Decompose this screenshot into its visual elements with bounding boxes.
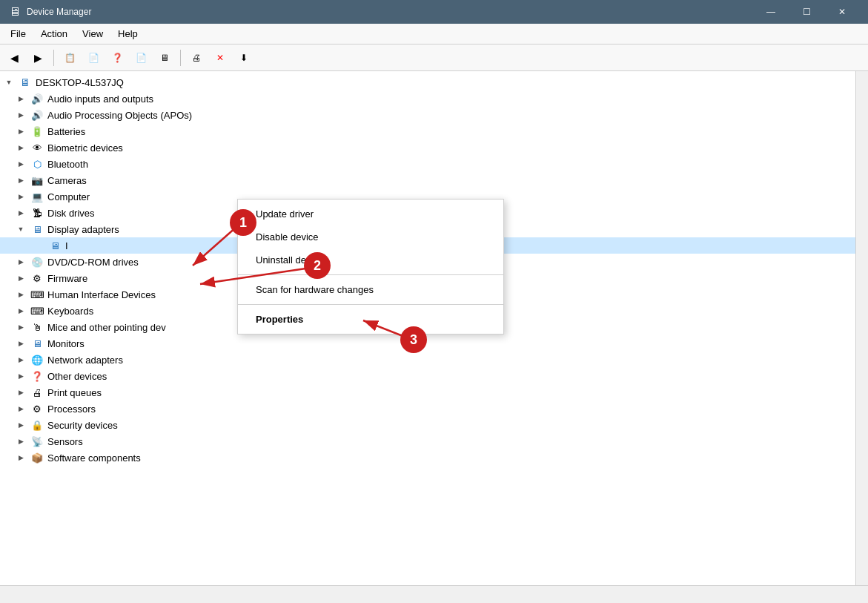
help-button[interactable]: ❓ (106, 47, 128, 68)
expand-dvd[interactable]: ▶ (15, 256, 27, 268)
ctx-uninstall-device[interactable]: Uninstall device (238, 248, 503, 271)
remove-button[interactable]: ✕ (209, 47, 231, 68)
expand-cameras[interactable]: ▶ (15, 174, 27, 186)
tree-item-audio-apo[interactable]: ▶ 🔊 Audio Processing Objects (APOs) (0, 107, 855, 123)
cameras-icon: 📷 (30, 173, 44, 188)
tree-item-processors[interactable]: ▶ ⚙ Processors (0, 401, 855, 417)
expand-processors[interactable]: ▶ (15, 403, 27, 415)
toolbar: ◀ ▶ 📋 📄 ❓ 📄 🖥 🖨 ✕ ⬇ (0, 45, 868, 71)
expand-disk[interactable]: ▶ (15, 207, 27, 219)
tree-item-cameras[interactable]: ▶ 📷 Cameras (0, 172, 855, 188)
expand-bluetooth[interactable]: ▶ (15, 158, 27, 170)
keyboards-label: Keyboards (47, 306, 93, 317)
tree-item-audio-inputs[interactable]: ▶ 🔊 Audio inputs and outputs (0, 90, 855, 107)
other-label: Other devices (47, 371, 107, 382)
menu-help[interactable]: Help (110, 25, 145, 42)
network-icon: 🌐 (30, 352, 44, 367)
expand-firmware[interactable]: ▶ (15, 272, 27, 284)
batteries-label: Batteries (47, 126, 85, 137)
mice-label: Mice and other pointing dev (47, 322, 166, 333)
print-button[interactable]: 🖨 (185, 47, 208, 68)
expand-audio-apo[interactable]: ▶ (15, 109, 27, 121)
firmware-label: Firmware (47, 273, 87, 284)
expand-print[interactable]: ▶ (15, 386, 27, 398)
tree-item-monitors[interactable]: ▶ 🖥 Monitors (0, 335, 855, 352)
window-controls: — ☐ ✕ (754, 0, 859, 24)
ctx-scan-hardware[interactable]: Scan for hardware changes (238, 278, 503, 301)
tree-item-bluetooth[interactable]: ▶ ⬡ Bluetooth (0, 156, 855, 172)
dvd-icon: 💿 (30, 254, 44, 269)
expand-root[interactable]: ▼ (3, 76, 15, 88)
ctx-disable-device[interactable]: Disable device (238, 225, 503, 248)
driver-button[interactable]: 📄 (82, 47, 105, 68)
expand-sensors[interactable]: ▶ (15, 435, 27, 447)
tree-item-other[interactable]: ▶ ❓ Other devices (0, 368, 855, 384)
expand-mice[interactable]: ▶ (15, 321, 27, 333)
computer-button[interactable]: 🖥 (153, 47, 176, 68)
computer-label: Computer (47, 191, 90, 202)
ctx-update-driver[interactable]: Update driver (238, 202, 503, 225)
processors-label: Processors (47, 403, 96, 415)
computer-icon: 💻 (30, 189, 44, 204)
print-label: Print queues (47, 387, 102, 398)
tree-root[interactable]: ▼ 🖥 DESKTOP-4L537JQ (0, 74, 855, 90)
ctx-separator-2 (238, 304, 503, 305)
cameras-label: Cameras (47, 175, 87, 186)
expand-hid[interactable]: ▶ (15, 289, 27, 300)
expand-audio-inputs[interactable]: ▶ (15, 93, 27, 105)
tree-item-biometric[interactable]: ▶ 👁 Biometric devices (0, 139, 855, 156)
display-icon: 🖥 (30, 222, 44, 237)
scrollbar[interactable] (855, 71, 868, 585)
security-label: Security devices (47, 420, 118, 431)
monitors-icon: 🖥 (30, 336, 44, 351)
menu-view[interactable]: View (75, 25, 110, 42)
view-button[interactable]: 📄 (130, 47, 152, 68)
window-title: Device Manager (27, 7, 754, 17)
tree-item-security[interactable]: ▶ 🔒 Security devices (0, 417, 855, 433)
expand-batteries[interactable]: ▶ (15, 125, 27, 137)
expand-biometric[interactable]: ▶ (15, 142, 27, 154)
ctx-separator-1 (238, 274, 503, 275)
app-icon: 🖥 (9, 5, 21, 19)
properties-button[interactable]: 📋 (59, 47, 81, 68)
minimize-button[interactable]: — (754, 0, 788, 24)
disk-icon: 🗜 (30, 205, 44, 220)
sensors-label: Sensors (47, 436, 83, 447)
display-child-label: I (65, 240, 68, 251)
tree-item-batteries[interactable]: ▶ 🔋 Batteries (0, 123, 855, 139)
expand-computer[interactable]: ▶ (15, 191, 27, 202)
tree-item-network[interactable]: ▶ 🌐 Network adapters (0, 352, 855, 368)
software-label: Software components (47, 452, 141, 464)
ctx-properties[interactable]: Properties (238, 308, 503, 331)
audio-apo-label: Audio Processing Objects (APOs) (47, 110, 192, 121)
back-button[interactable]: ◀ (3, 47, 25, 68)
bluetooth-icon: ⬡ (30, 156, 44, 171)
print-icon: 🖨 (30, 385, 44, 400)
audio-apo-icon: 🔊 (30, 108, 44, 122)
menu-action[interactable]: Action (33, 25, 75, 42)
maximize-button[interactable]: ☐ (789, 0, 824, 24)
expand-display[interactable]: ▼ (15, 223, 27, 235)
expand-software[interactable]: ▶ (15, 452, 27, 464)
tree-item-sensors[interactable]: ▶ 📡 Sensors (0, 433, 855, 449)
expand-other[interactable]: ▶ (15, 370, 27, 382)
expand-security[interactable]: ▶ (15, 419, 27, 431)
firmware-icon: ⚙ (30, 271, 44, 286)
title-bar: 🖥 Device Manager — ☐ ✕ (0, 0, 868, 24)
display-child-icon: 🖥 (47, 238, 62, 253)
audio-inputs-icon: 🔊 (30, 91, 44, 106)
display-label: Display adapters (47, 224, 119, 235)
expand-keyboards[interactable]: ▶ (15, 305, 27, 317)
forward-button[interactable]: ▶ (27, 47, 49, 68)
menu-bar: File Action View Help (0, 24, 868, 45)
close-button[interactable]: ✕ (825, 0, 859, 24)
monitors-label: Monitors (47, 338, 85, 349)
tree-item-software[interactable]: ▶ 📦 Software components (0, 449, 855, 466)
toolbar-separator-2 (180, 50, 181, 66)
expand-monitors[interactable]: ▶ (15, 337, 27, 349)
expand-network[interactable]: ▶ (15, 354, 27, 366)
menu-file[interactable]: File (3, 25, 33, 42)
bluetooth-label: Bluetooth (47, 159, 88, 170)
download-button[interactable]: ⬇ (233, 47, 255, 68)
tree-item-print[interactable]: ▶ 🖨 Print queues (0, 384, 855, 401)
